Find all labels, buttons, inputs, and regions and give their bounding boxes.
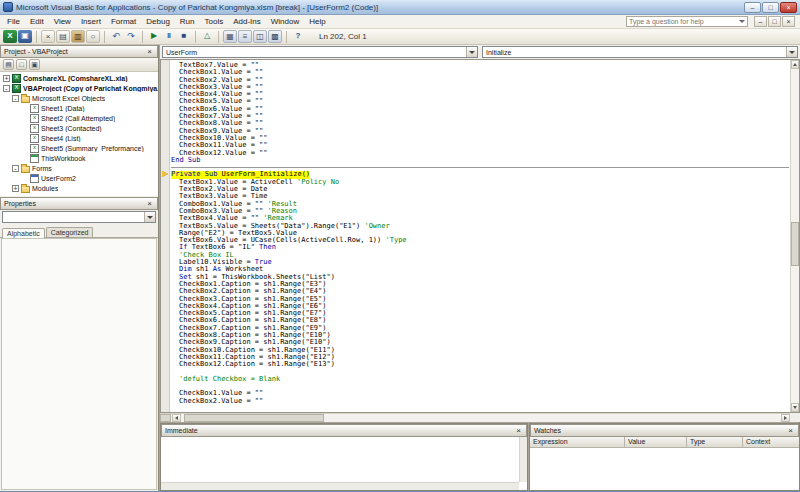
scroll-left-icon[interactable] [172, 414, 181, 422]
design-icon[interactable]: △ [200, 30, 214, 43]
code-line[interactable]: TextBox7.Value = "" [171, 62, 789, 69]
toggle-folders-icon[interactable]: ▣ [29, 59, 40, 70]
watches-column-context[interactable]: Context [743, 437, 799, 447]
chevron-down-icon[interactable] [466, 47, 477, 57]
redo-icon[interactable]: ↷ [124, 30, 138, 43]
menu-format[interactable]: Format [106, 16, 141, 27]
code-line[interactable]: CheckBox2.Value = "" [171, 77, 789, 84]
menu-tools[interactable]: Tools [200, 16, 229, 27]
scroll-up-icon[interactable] [791, 60, 799, 69]
tree-item[interactable]: -VBAProject (Copy of Parichat Kongmiya.x… [0, 83, 158, 93]
code-vertical-scrollbar[interactable] [790, 60, 799, 412]
properties-window-icon[interactable]: ≡ [238, 30, 252, 43]
properties-object-dropdown[interactable] [2, 211, 156, 223]
toolbox-icon[interactable]: ▩ [268, 30, 282, 43]
copy-icon[interactable]: ▤ [56, 30, 70, 43]
break-icon[interactable]: ‖ [162, 30, 176, 43]
tree-item[interactable]: Sheet5 (Summary_Preformance) [0, 143, 158, 153]
tree-item[interactable]: Sheet2 (Call Attempted) [0, 113, 158, 123]
tab-alphabetic[interactable]: Alphabetic [2, 228, 45, 238]
paste-icon[interactable]: ▥ [71, 30, 85, 43]
vertical-scroll-thumb[interactable] [791, 222, 799, 266]
view-code-icon[interactable]: ▤ [3, 59, 14, 70]
view-object-icon[interactable]: □ [16, 59, 27, 70]
code-line[interactable]: CheckBox12.Value = "" [171, 150, 789, 157]
help-search-input[interactable]: Type a question for help [626, 16, 748, 27]
menu-view[interactable]: View [49, 16, 76, 27]
tree-item[interactable]: +Modules [0, 183, 158, 193]
expand-icon[interactable]: + [3, 75, 10, 82]
code-line[interactable]: CheckBox4.Value = "" [171, 91, 789, 98]
save-icon[interactable]: ▣ [18, 30, 32, 43]
code-line[interactable]: Label10.Visible = True [171, 259, 789, 266]
chevron-down-icon[interactable] [144, 212, 155, 222]
menu-debug[interactable]: Debug [141, 16, 175, 27]
menu-edit[interactable]: Edit [25, 16, 49, 27]
tree-item[interactable]: -Forms [0, 163, 158, 173]
code-line[interactable]: CheckBox5.Value = "" [171, 98, 789, 105]
code-line[interactable] [171, 383, 789, 390]
minimize-icon[interactable] [744, 2, 761, 13]
close-icon[interactable] [780, 2, 797, 13]
watches-column-expression[interactable]: Expression [530, 437, 625, 447]
immediate-vertical-scrollbar[interactable] [519, 437, 527, 482]
immediate-content[interactable] [161, 437, 527, 490]
reset-icon[interactable]: ■ [177, 30, 191, 43]
horizontal-scroll-thumb[interactable] [184, 414, 324, 422]
tree-item[interactable]: ThisWorkbook [0, 153, 158, 163]
code-line[interactable]: CheckBox12.Caption = sh1.Range("E13") [171, 361, 789, 368]
split-box[interactable] [160, 414, 171, 422]
code-line[interactable]: CheckBox2.Value = "" [171, 398, 789, 405]
menu-file[interactable]: File [2, 16, 25, 27]
tree-item[interactable]: UserForm2 [0, 173, 158, 183]
code-line[interactable]: 'defult Checkbox = Blank [171, 376, 789, 383]
margin-indicator-bar[interactable] [161, 60, 170, 412]
cut-icon[interactable]: × [41, 30, 55, 43]
code-line[interactable]: End Sub [171, 157, 789, 164]
find-icon[interactable]: ○ [86, 30, 100, 43]
code-line[interactable]: If TextBox6 = "IL" Then [171, 244, 789, 251]
tree-item[interactable]: Sheet4 (List) [0, 133, 158, 143]
code-line[interactable]: CheckBox1.Value = "" [171, 69, 789, 76]
menu-help[interactable]: Help [304, 16, 330, 27]
code-line[interactable]: CheckBox1.Value = "" [171, 390, 789, 397]
menu-window[interactable]: Window [266, 16, 304, 27]
mdi-close-icon[interactable] [782, 16, 795, 27]
procedure-dropdown[interactable]: Initialize [482, 46, 798, 58]
code-editor[interactable]: TextBox7.Value = ""CheckBox1.Value = ""C… [160, 59, 800, 413]
menu-insert[interactable]: Insert [76, 16, 106, 27]
run-icon[interactable]: ▶ [147, 30, 161, 43]
watches-close-icon[interactable] [786, 426, 795, 435]
code-line[interactable]: CheckBox8.Value = "" [171, 120, 789, 127]
watches-content[interactable] [530, 448, 799, 490]
undo-icon[interactable]: ↶ [109, 30, 123, 43]
tree-item[interactable]: +ComshareXL (ComshareXL.xla) [0, 73, 158, 83]
watches-column-type[interactable]: Type [687, 437, 743, 447]
tree-item[interactable]: Sheet3 (Contacted) [0, 123, 158, 133]
expand-icon[interactable]: + [12, 185, 19, 192]
collapse-icon[interactable]: - [12, 165, 19, 172]
tab-categorized[interactable]: Categorized [46, 227, 94, 237]
maximize-icon[interactable] [762, 2, 779, 13]
chevron-down-icon[interactable] [786, 47, 797, 57]
mdi-minimize-icon[interactable] [754, 16, 767, 27]
immediate-horizontal-scrollbar[interactable] [161, 482, 519, 490]
code-horizontal-scrollbar[interactable] [160, 413, 790, 422]
object-browser-icon[interactable]: ◫ [253, 30, 267, 43]
properties-list[interactable] [1, 238, 157, 490]
scroll-right-icon[interactable] [781, 414, 790, 422]
help-icon[interactable]: ? [291, 30, 305, 43]
project-explorer-icon[interactable]: ▦ [223, 30, 237, 43]
object-dropdown[interactable]: UserForm [162, 46, 478, 58]
collapse-icon[interactable]: - [12, 95, 19, 102]
menu-addins[interactable]: Add-Ins [228, 16, 266, 27]
immediate-close-icon[interactable] [514, 426, 523, 435]
scroll-down-icon[interactable] [791, 403, 799, 412]
menu-run[interactable]: Run [175, 16, 200, 27]
project-close-icon[interactable] [145, 47, 154, 56]
watches-column-value[interactable]: Value [625, 437, 687, 447]
code-line[interactable]: CheckBox3.Value = "" [171, 84, 789, 91]
excel-icon[interactable]: X [3, 30, 17, 43]
properties-close-icon[interactable] [145, 199, 154, 208]
code-line[interactable]: CheckBox6.Value = "" [171, 106, 789, 113]
